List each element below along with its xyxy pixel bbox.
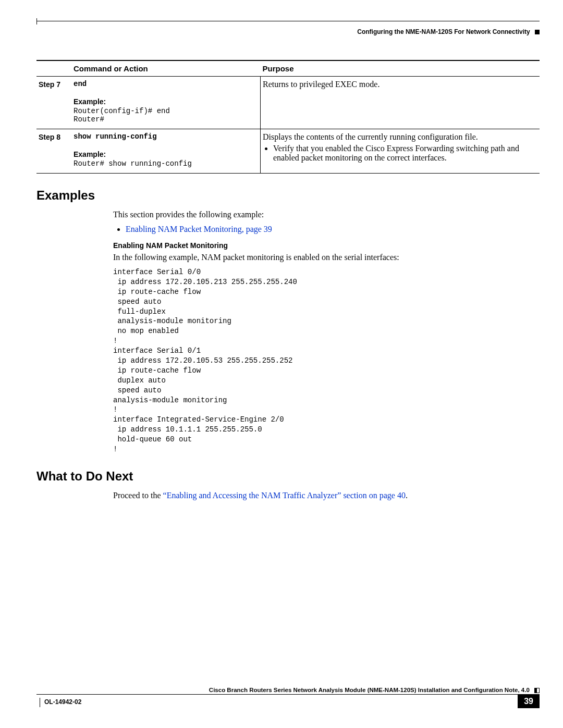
example-subheading: Enabling NAM Packet Monitoring: [113, 241, 540, 250]
footer-square-icon: [534, 688, 540, 693]
col-step-blank: [36, 60, 71, 77]
step-label: Step 7: [36, 77, 71, 129]
running-header: Configuring the NME-NAM-120S For Network…: [357, 28, 540, 35]
examples-heading: Examples: [36, 188, 540, 203]
header-square-icon: [535, 30, 540, 34]
purpose-bullet: Verify that you enabled the Cisco Expres…: [273, 144, 535, 163]
examples-intro: This section provides the following exam…: [113, 210, 540, 219]
footer-docnum: OL-14942-02: [36, 696, 81, 707]
page-footer: Cisco Branch Routers Series Network Anal…: [36, 687, 540, 708]
footer-pagenum: 39: [518, 695, 540, 708]
table-row: Step 7 end Example: Router(config-if)# e…: [36, 77, 540, 129]
col-command: Command or Action: [71, 60, 261, 77]
example-code: Router# show running-config: [74, 159, 256, 168]
whatnext-para: Proceed to the “Enabling and Accessing t…: [113, 491, 540, 500]
example-desc: In the following example, NAM packet mon…: [113, 253, 540, 262]
running-header-text: Configuring the NME-NAM-120S For Network…: [357, 28, 530, 35]
example-link[interactable]: Enabling NAM Packet Monitoring, page 39: [126, 225, 272, 233]
table-row: Step 8 show running-config Example: Rout…: [36, 129, 540, 174]
purpose-text: Returns to privileged EXEC mode.: [263, 80, 380, 89]
whatnext-link[interactable]: “Enabling and Accessing the NAM Traffic …: [163, 491, 406, 500]
footer-booktitle: Cisco Branch Routers Series Network Anal…: [209, 687, 530, 693]
example-code: Router(config-if)# end Router#: [74, 107, 256, 124]
command-text: end: [74, 80, 256, 88]
purpose-text: Displays the contents of the currently r…: [263, 132, 535, 142]
command-text: show running-config: [74, 132, 256, 141]
example-label: Example:: [74, 150, 256, 158]
example-codeblock: interface Serial 0/0 ip address 172.20.1…: [113, 267, 540, 454]
command-table: Command or Action Purpose Step 7 end Exa…: [36, 60, 540, 174]
step-label: Step 8: [36, 129, 71, 174]
example-label: Example:: [74, 97, 256, 106]
whatnext-heading: What to Do Next: [36, 469, 540, 484]
whatnext-post: .: [406, 491, 408, 500]
whatnext-pre: Proceed to the: [113, 491, 163, 500]
col-purpose: Purpose: [261, 60, 540, 77]
